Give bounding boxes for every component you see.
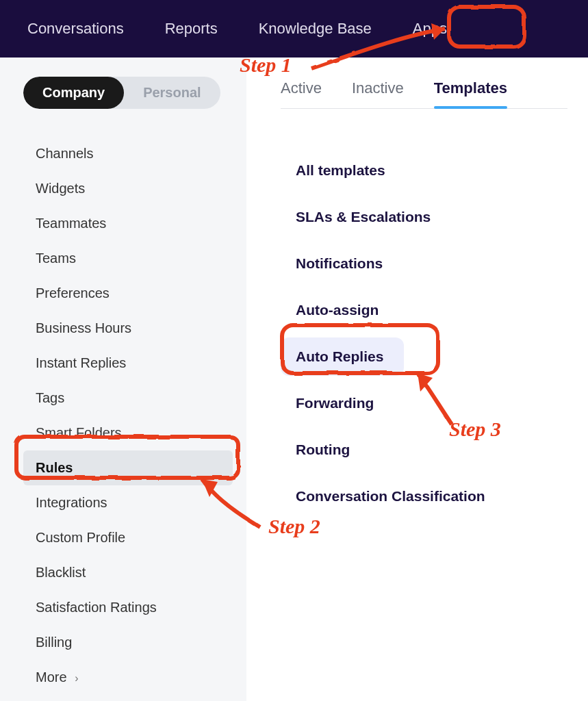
template-list: All templates SLAs & Escalations Notific… (281, 151, 567, 524)
annotation-step2-label: Step 2 (268, 515, 320, 538)
sidebar-item-billing[interactable]: Billing (23, 625, 233, 660)
sidebar-item-preferences[interactable]: Preferences (23, 276, 233, 311)
sidebar: Company Personal Channels Widgets Teamma… (0, 58, 246, 701)
tab-inactive[interactable]: Inactive (352, 79, 404, 108)
template-auto-replies[interactable]: Auto Replies (281, 337, 404, 376)
tab-templates[interactable]: Templates (434, 79, 507, 108)
tab-active[interactable]: Active (281, 79, 322, 108)
toggle-personal[interactable]: Personal (124, 77, 220, 109)
annotation-step3-label: Step 3 (449, 418, 501, 441)
template-conversation-classification[interactable]: Conversation Classification (281, 477, 500, 515)
sidebar-item-integrations[interactable]: Integrations (23, 485, 233, 520)
template-forwarding[interactable]: Forwarding (281, 384, 404, 422)
sidebar-item-widgets[interactable]: Widgets (23, 171, 233, 206)
sidebar-list: Channels Widgets Teammates Teams Prefere… (23, 136, 233, 695)
sidebar-item-channels[interactable]: Channels (23, 136, 233, 171)
sidebar-item-more[interactable]: More › (23, 660, 233, 695)
sidebar-item-teams[interactable]: Teams (23, 241, 233, 276)
sidebar-item-blacklist[interactable]: Blacklist (23, 555, 233, 590)
template-auto-assign[interactable]: Auto-assign (281, 291, 404, 329)
sidebar-item-rules[interactable]: Rules (23, 450, 233, 485)
nav-apps[interactable]: Apps (413, 20, 447, 38)
template-slas[interactable]: SLAs & Escalations (281, 198, 446, 236)
template-all[interactable]: All templates (281, 151, 404, 190)
sidebar-item-satisfaction-ratings[interactable]: Satisfaction Ratings (23, 590, 233, 625)
sidebar-item-more-label: More (36, 670, 67, 685)
sidebar-item-tags[interactable]: Tags (23, 381, 233, 416)
sidebar-item-custom-profile[interactable]: Custom Profile (23, 520, 233, 555)
top-nav: Conversations Reports Knowledge Base App… (0, 0, 588, 58)
nav-knowledge-base[interactable]: Knowledge Base (259, 20, 372, 38)
annotation-step1-label: Step 1 (240, 53, 292, 77)
sidebar-item-business-hours[interactable]: Business Hours (23, 311, 233, 346)
chevron-right-icon: › (75, 672, 78, 684)
sidebar-item-smart-folders[interactable]: Smart Folders (23, 416, 233, 450)
template-notifications[interactable]: Notifications (281, 244, 404, 283)
content-area: Active Inactive Templates All templates … (246, 58, 588, 701)
template-routing[interactable]: Routing (281, 431, 404, 469)
nav-conversations[interactable]: Conversations (27, 20, 124, 38)
sidebar-item-instant-replies[interactable]: Instant Replies (23, 346, 233, 381)
toggle-company[interactable]: Company (23, 77, 124, 109)
nav-reports[interactable]: Reports (165, 20, 218, 38)
scope-toggle: Company Personal (23, 77, 220, 109)
tabs: Active Inactive Templates (281, 79, 567, 109)
sidebar-item-teammates[interactable]: Teammates (23, 206, 233, 241)
